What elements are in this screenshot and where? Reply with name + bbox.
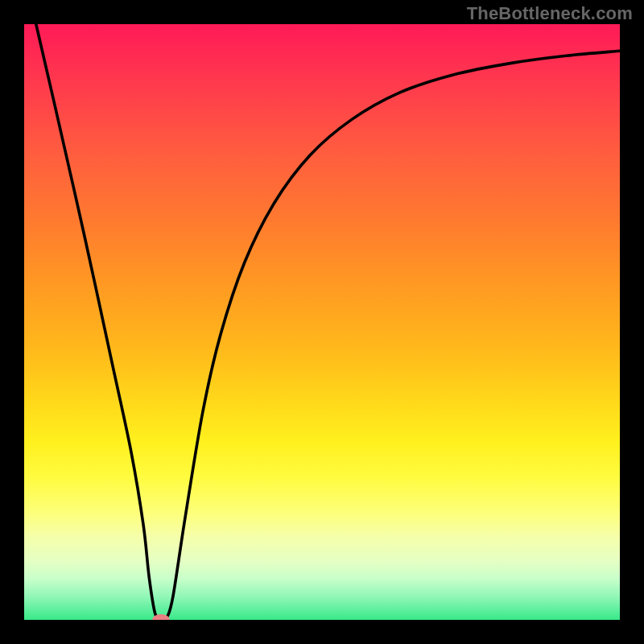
plot-area — [24, 24, 620, 620]
chart-root: TheBottleneck.com — [0, 0, 644, 644]
minimum-marker — [152, 614, 170, 620]
bottleneck-curve-path — [36, 24, 620, 620]
watermark-text: TheBottleneck.com — [467, 3, 633, 24]
curve-svg — [24, 24, 620, 620]
